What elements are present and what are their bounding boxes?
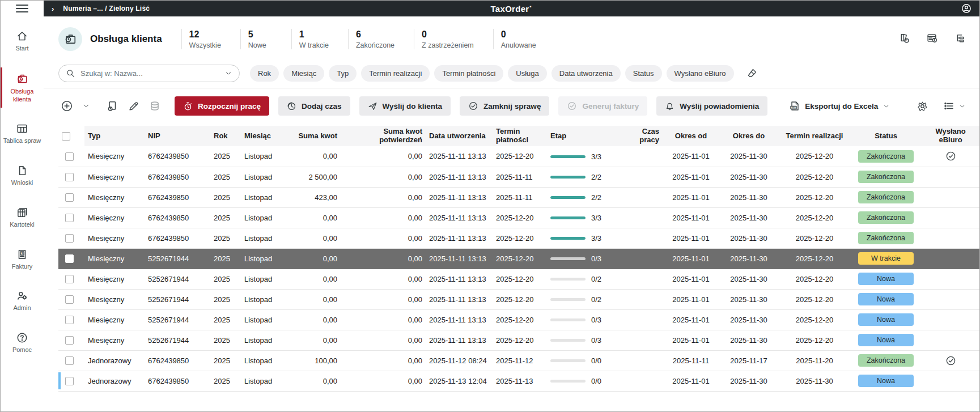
user-account-icon[interactable] xyxy=(961,3,971,14)
cell-okres-do: 2025-11-30 xyxy=(719,228,778,248)
sidebar-item-label: Kartoteki xyxy=(10,221,34,229)
sidebar-item-start[interactable]: Start xyxy=(1,26,44,57)
table-row[interactable]: Miesięczny 6762439850 2025 Listopad 423,… xyxy=(58,187,979,207)
filter-chip-typ[interactable]: Typ xyxy=(329,65,357,82)
close-case-button[interactable]: Zamknij sprawę xyxy=(460,96,549,116)
table-row[interactable]: Miesięczny 5252671944 2025 Listopad 0,00… xyxy=(58,269,979,289)
breadcrumb[interactable]: Numeria –... / Zielony Liść xyxy=(63,5,150,12)
filter-chip-wyslano-ebiuro[interactable]: Wysłano eBiuro xyxy=(667,65,734,82)
search-box[interactable] xyxy=(58,65,240,82)
edit-pencil-icon[interactable] xyxy=(128,100,139,112)
filter-chip-termin-realizacji[interactable]: Termin realizacji xyxy=(361,65,430,82)
row-checkbox[interactable] xyxy=(65,214,74,222)
cell-okres-do: 2025-11-30 xyxy=(719,248,778,269)
row-checkbox[interactable] xyxy=(65,193,74,202)
cell-rok: 2025 xyxy=(210,167,241,187)
sidebar-item-obsluga-klienta[interactable]: Obsługa klienta xyxy=(1,67,44,108)
send-notifications-button[interactable]: Wyślij powiadomienia xyxy=(656,96,767,116)
filter-chip-rok[interactable]: Rok xyxy=(250,65,279,82)
table-row[interactable]: Jednorazowy 6762439850 2025 Listopad 100… xyxy=(58,350,979,371)
filter-chip-status[interactable]: Status xyxy=(625,65,662,82)
row-checkbox[interactable] xyxy=(65,254,74,263)
sidebar-item-tablica-spraw[interactable]: Tablica spraw xyxy=(1,118,44,150)
sidebar-item-admin[interactable]: Admin xyxy=(1,285,44,317)
cell-nip: 6762439850 xyxy=(145,371,210,391)
cell-czas-pracy xyxy=(622,350,663,371)
stat-w-trakcie[interactable]: 1 W trakcie xyxy=(291,29,329,49)
page-header: Obsługa klienta 12 Wszystkie 5 Nowe 1 W … xyxy=(44,16,979,62)
row-checkbox[interactable] xyxy=(65,173,74,181)
select-all-checkbox[interactable] xyxy=(62,132,70,141)
stat-zakonczone[interactable]: 6 Zakończone xyxy=(348,29,394,49)
add-plus-circle-icon[interactable] xyxy=(61,100,73,112)
panel-info-icon[interactable] xyxy=(926,32,938,46)
table-row[interactable]: Miesięczny 6762439850 2025 Listopad 0,00… xyxy=(58,228,979,248)
col-wyslano-ebiuro[interactable]: Wysłano eBiuro xyxy=(921,126,979,146)
col-etap[interactable]: Etap xyxy=(547,126,622,146)
table-row[interactable]: Jednorazowy 6762439850 2025 Listopad 0,0… xyxy=(58,371,979,391)
table-row[interactable]: Miesięczny 6762439850 2025 Listopad 0,00… xyxy=(58,207,979,228)
row-checkbox[interactable] xyxy=(65,295,74,304)
cell-okres-od: 2025-11-01 xyxy=(663,309,719,330)
settings-gear-icon[interactable] xyxy=(917,100,928,112)
chevron-down-icon[interactable] xyxy=(224,69,232,77)
col-termin-realizacji[interactable]: Termin realizacji xyxy=(778,126,851,146)
row-checkbox[interactable] xyxy=(65,234,74,243)
table-row[interactable]: Miesięczny 5252671944 2025 Listopad 0,00… xyxy=(58,289,979,309)
cell-termin-realizacji: 2025-11-30 xyxy=(778,371,851,391)
stack-layers-icon[interactable] xyxy=(149,100,161,112)
table-row[interactable]: Miesięczny 5252671944 2025 Listopad 0,00… xyxy=(58,309,979,330)
stat-nowe[interactable]: 5 Nowe xyxy=(240,29,272,49)
col-termin-platnosci[interactable]: Termin płatności xyxy=(493,126,547,146)
stat-wszystkie[interactable]: 12 Wszystkie xyxy=(181,29,221,49)
col-status[interactable]: Status xyxy=(851,126,921,146)
table-row[interactable]: Miesięczny 5252671944 2025 Listopad 0,00… xyxy=(58,330,979,350)
filter-chip-data-utworzenia[interactable]: Data utworzenia xyxy=(551,65,621,82)
row-checkbox[interactable] xyxy=(65,356,74,365)
sidebar-item-kartoteki[interactable]: Kartoteki xyxy=(1,202,44,233)
sidebar-item-wnioski[interactable]: Wnioski xyxy=(1,160,44,192)
col-nip[interactable]: NIP xyxy=(145,126,210,146)
col-miesiac[interactable]: Miesiąc xyxy=(241,126,289,146)
row-checkbox[interactable] xyxy=(65,316,74,324)
export-to-excel-button[interactable]: xlsx Eksportuj do Excela xyxy=(789,100,890,112)
stat-anulowane[interactable]: 0 Anulowane xyxy=(493,29,536,49)
add-time-button[interactable]: Dodaj czas xyxy=(278,96,350,116)
cell-suma-kwot-potwierdzen: 0,00 xyxy=(341,187,426,207)
sidebar-item-faktury[interactable]: $ Faktury xyxy=(1,244,44,275)
breadcrumb-chevron-icon[interactable]: › xyxy=(52,5,54,13)
menu-hamburger-icon[interactable] xyxy=(16,5,28,12)
duplicate-with-clock-icon[interactable] xyxy=(106,100,118,112)
table-row[interactable]: Miesięczny 6762439850 2025 Listopad 0,00… xyxy=(58,146,979,167)
row-checkbox[interactable] xyxy=(65,152,74,161)
generate-invoices-button[interactable]: Generuj faktury xyxy=(558,96,647,116)
view-columns-options-icon[interactable] xyxy=(943,100,966,112)
table-row[interactable]: Miesięczny 6762439850 2025 Listopad 2 50… xyxy=(58,167,979,187)
send-to-client-button[interactable]: Wyślij do klienta xyxy=(359,96,451,116)
start-work-button[interactable]: Rozpocznij pracę xyxy=(175,96,269,116)
sidebar-item-pomoc[interactable]: Pomoc xyxy=(1,327,44,359)
stat-label: Z zastrzeżeniem xyxy=(422,41,474,49)
filter-chip-usluga[interactable]: Usługa xyxy=(508,65,546,82)
row-checkbox[interactable] xyxy=(65,336,74,345)
search-input[interactable] xyxy=(80,69,219,78)
col-czas-pracy[interactable]: Czas pracy xyxy=(622,126,663,146)
col-typ[interactable]: Typ xyxy=(84,126,145,146)
stat-z-zastrzezeniem[interactable]: 0 Z zastrzeżeniem xyxy=(414,29,474,49)
filter-chip-miesiac[interactable]: Miesiąc xyxy=(283,65,324,82)
col-okres-od[interactable]: Okres od xyxy=(663,126,719,146)
row-checkbox[interactable] xyxy=(65,377,74,385)
col-rok[interactable]: Rok xyxy=(210,126,241,146)
row-checkbox[interactable] xyxy=(65,275,74,283)
table-row[interactable]: Miesięczny 5252671944 2025 Listopad 0,00… xyxy=(58,248,979,269)
help-book-icon[interactable]: ? xyxy=(898,32,910,46)
col-suma-kwot[interactable]: Suma kwot xyxy=(289,126,341,146)
filter-chip-termin-platnosci[interactable]: Termin płatności xyxy=(434,65,503,82)
add-options-chevron-icon[interactable] xyxy=(82,102,90,110)
cell-miesiac: Listopad xyxy=(241,187,289,207)
col-data-utworzenia[interactable]: Data utworzenia xyxy=(426,126,493,146)
col-suma-kwot-potwierdzen[interactable]: Suma kwot potwierdzeń xyxy=(341,126,426,146)
hierarchy-tree-icon[interactable] xyxy=(954,32,966,46)
clear-filters-eraser-icon[interactable] xyxy=(746,67,758,79)
col-okres-do[interactable]: Okres do xyxy=(719,126,778,146)
